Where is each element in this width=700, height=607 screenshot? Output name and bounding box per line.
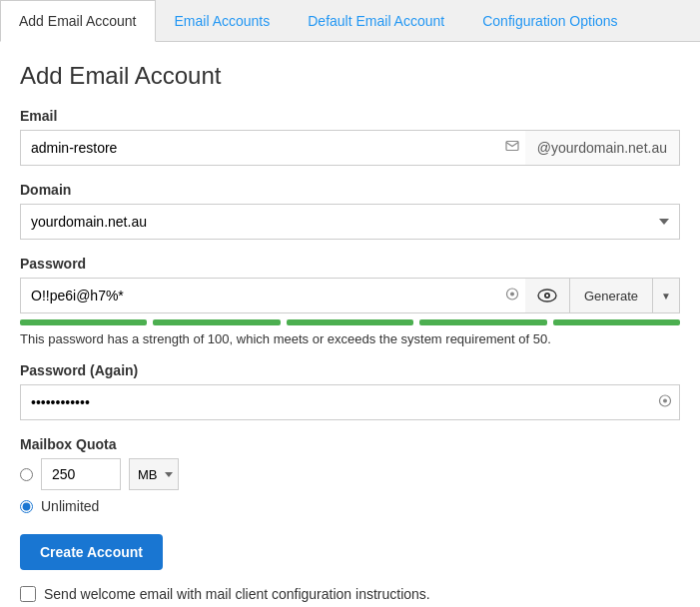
password-strength-bars	[20, 319, 680, 325]
svg-point-5	[546, 295, 548, 297]
generate-password-button[interactable]: Generate	[569, 278, 652, 313]
tab-add-email[interactable]: Add Email Account	[0, 0, 156, 42]
email-input-wrap	[20, 130, 525, 166]
password-row: Generate ▼	[20, 278, 680, 313]
quota-radio[interactable]	[20, 468, 33, 481]
unlimited-radio[interactable]	[20, 500, 33, 513]
quota-number-input[interactable]	[41, 458, 121, 490]
email-label: Email	[20, 108, 680, 124]
page-title: Add Email Account	[20, 62, 680, 90]
create-account-button[interactable]: Create Account	[20, 534, 163, 570]
svg-point-7	[663, 399, 667, 403]
unlimited-row: Unlimited	[20, 498, 680, 514]
quota-row: MB GB	[20, 458, 680, 490]
email-domain-suffix: @yourdomain.net.au	[525, 130, 680, 166]
welcome-label: Send welcome email with mail client conf…	[44, 586, 430, 602]
tab-default-email[interactable]: Default Email Account	[289, 0, 463, 41]
email-icon-button[interactable]	[505, 140, 519, 157]
strength-text: This password has a strength of 100, whi…	[20, 331, 680, 346]
password-label: Password	[20, 256, 680, 272]
quota-unit-select[interactable]: MB GB	[129, 458, 179, 490]
domain-select[interactable]: yourdomain.net.au	[20, 204, 680, 240]
domain-label: Domain	[20, 182, 680, 198]
tab-bar: Add Email Account Email Accounts Default…	[0, 0, 700, 42]
generate-password-dropdown-button[interactable]: ▼	[652, 278, 680, 313]
password-again-icon-button[interactable]	[658, 394, 672, 411]
password-again-group: Password (Again)	[20, 362, 680, 420]
quota-label: Mailbox Quota	[20, 436, 680, 452]
password-again-input[interactable]	[20, 384, 680, 420]
strength-bar-5	[553, 319, 680, 325]
strength-bar-2	[153, 319, 280, 325]
domain-group: Domain yourdomain.net.au	[20, 182, 680, 240]
password-input[interactable]	[20, 278, 525, 313]
quota-group: Mailbox Quota MB GB Unlimited	[20, 436, 680, 514]
password-again-label: Password (Again)	[20, 362, 680, 378]
main-content: Add Email Account Email @yourdomain.net.…	[0, 42, 700, 607]
email-row: @yourdomain.net.au	[20, 130, 680, 166]
strength-bar-1	[20, 319, 147, 325]
password-generate-icon-button[interactable]	[505, 288, 519, 304]
password-group: Password Generate	[20, 256, 680, 346]
welcome-email-checkbox[interactable]	[20, 586, 36, 602]
svg-point-2	[510, 293, 514, 297]
password-input-wrap	[20, 278, 525, 313]
strength-bar-4	[419, 319, 546, 325]
password-again-wrap	[20, 384, 680, 420]
strength-bar-3	[287, 319, 413, 325]
email-input[interactable]	[20, 130, 525, 166]
tab-email-accounts[interactable]: Email Accounts	[156, 0, 290, 41]
email-group: Email @yourdomain.net.au	[20, 108, 680, 166]
welcome-row: Send welcome email with mail client conf…	[20, 586, 680, 602]
tab-config-options[interactable]: Configuration Options	[463, 0, 636, 41]
toggle-password-visibility-button[interactable]	[525, 278, 569, 313]
unlimited-label: Unlimited	[41, 498, 99, 514]
